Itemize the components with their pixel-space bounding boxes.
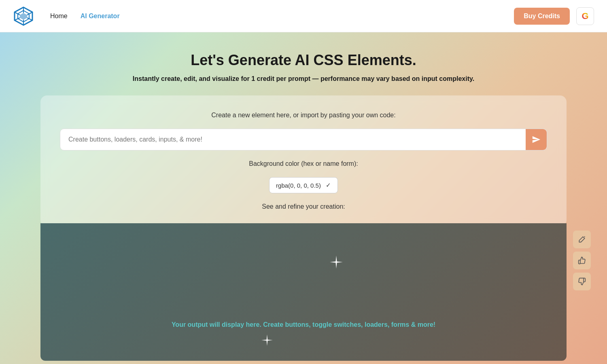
preview-area: Your output will display here. Create bu… bbox=[40, 223, 567, 361]
star-decoration-top bbox=[330, 256, 343, 271]
prompt-input[interactable] bbox=[60, 129, 526, 150]
card-instruction: Create a new element here, or import by … bbox=[211, 112, 395, 119]
thumbdown-button[interactable] bbox=[573, 273, 591, 290]
svg-marker-2 bbox=[20, 13, 27, 20]
star-decoration-bottom bbox=[261, 334, 273, 349]
generator-card: Create a new element here, or import by … bbox=[40, 95, 567, 226]
svg-line-4 bbox=[27, 12, 32, 15]
buy-credits-button[interactable]: Buy Credits bbox=[514, 8, 570, 25]
svg-line-8 bbox=[15, 12, 20, 15]
header: Home AI Generator Buy Credits G bbox=[0, 0, 607, 32]
thumbup-icon bbox=[578, 256, 586, 265]
refine-label: See and refine your creation: bbox=[262, 203, 345, 210]
google-signin-button[interactable]: G bbox=[576, 7, 594, 25]
main-content: Let's Generate AI CSS Elements. Instantl… bbox=[0, 32, 607, 364]
bg-color-confirm-icon[interactable]: ✓ bbox=[326, 182, 331, 189]
nav-home[interactable]: Home bbox=[50, 13, 68, 20]
thumbdown-icon bbox=[578, 277, 586, 286]
send-icon bbox=[532, 135, 541, 144]
page-subtitle: Instantly create, edit, and visualize fo… bbox=[133, 75, 474, 83]
side-actions bbox=[573, 231, 591, 290]
thumbup-button[interactable] bbox=[573, 252, 591, 269]
logo-area bbox=[13, 6, 34, 27]
nav: Home AI Generator bbox=[50, 13, 514, 20]
bg-color-label: Background color (hex or name form): bbox=[249, 160, 358, 167]
google-icon: G bbox=[582, 11, 588, 21]
page-title: Let's Generate AI CSS Elements. bbox=[191, 52, 416, 69]
header-right: Buy Credits G bbox=[514, 7, 594, 25]
nav-ai-generator[interactable]: AI Generator bbox=[81, 13, 120, 20]
bg-color-value: rgba(0, 0, 0, 0.5) bbox=[276, 182, 321, 189]
logo-icon bbox=[13, 6, 34, 27]
bg-color-input-wrap: rgba(0, 0, 0, 0.5) ✓ bbox=[269, 177, 338, 193]
preview-placeholder-text: Your output will display here. Create bu… bbox=[172, 321, 435, 328]
prompt-send-button[interactable] bbox=[526, 129, 547, 150]
svg-line-9 bbox=[584, 237, 585, 237]
prompt-row bbox=[60, 129, 547, 150]
wand-icon bbox=[578, 235, 586, 243]
wand-button[interactable] bbox=[573, 231, 591, 248]
preview-wrapper: Your output will display here. Create bu… bbox=[40, 226, 567, 361]
